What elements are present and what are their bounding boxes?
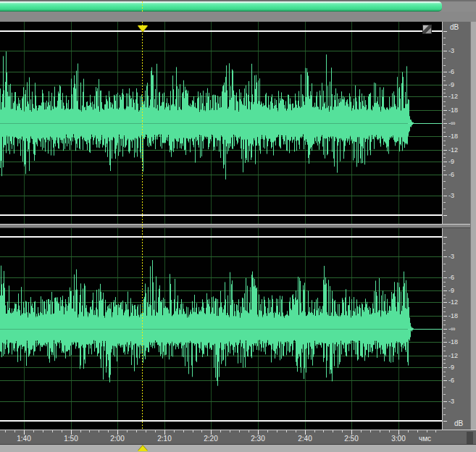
db-minor-tick	[443, 119, 446, 120]
db-minor-tick	[443, 363, 446, 364]
db-tick-label: -3	[448, 48, 454, 54]
db-minor-tick	[443, 295, 446, 296]
db-tick-label: -9	[448, 82, 454, 88]
bottom-strip	[0, 444, 476, 452]
time-tick-label: 2:10	[150, 435, 179, 443]
time-minor-tick	[230, 430, 230, 432]
db-major-tick	[443, 162, 447, 162]
db-minor-tick	[443, 338, 446, 338]
db-major-tick	[443, 196, 447, 196]
db-minor-tick	[443, 157, 446, 158]
time-tick-label: 3:00	[384, 435, 413, 443]
db-minor-tick	[443, 320, 446, 321]
db-minor-tick	[443, 188, 446, 189]
time-minor-tick	[155, 430, 156, 432]
time-minor-tick	[220, 430, 221, 432]
db-minor-tick	[443, 132, 446, 133]
time-minor-tick	[427, 430, 427, 432]
db-minor-tick	[443, 145, 446, 146]
db-tick-label: -12	[448, 147, 458, 154]
db-major-tick	[443, 215, 447, 216]
db-major-tick	[443, 72, 447, 72]
db-minor-tick	[443, 394, 446, 395]
db-minor-tick	[443, 114, 446, 115]
time-minor-tick	[370, 430, 371, 432]
db-major-tick	[443, 302, 447, 303]
time-minor-tick	[286, 430, 287, 432]
channel-divider[interactable]	[0, 224, 470, 228]
overview-scrollbar-track[interactable]	[0, 1, 476, 12]
time-minor-tick	[333, 430, 333, 432]
db-tick-label: -6	[448, 69, 454, 75]
waveform-canvas-left-channel[interactable]	[0, 22, 442, 224]
db-minor-tick	[443, 106, 446, 106]
db-minor-tick	[443, 80, 446, 81]
ruler-drag-handle-icon[interactable]	[422, 25, 432, 34]
db-minor-tick	[443, 351, 446, 351]
db-major-tick	[443, 316, 447, 317]
time-minor-tick	[201, 430, 202, 432]
time-minor-tick	[342, 430, 343, 432]
time-minor-tick	[14, 430, 15, 432]
playhead-line-waveform[interactable]	[142, 22, 143, 430]
time-minor-tick	[146, 430, 146, 432]
db-major-tick	[443, 237, 447, 238]
db-minor-tick	[443, 65, 446, 66]
db-tick-label: -12	[448, 299, 458, 306]
time-minor-tick	[43, 430, 43, 432]
db-major-tick	[443, 356, 447, 356]
time-tick-label: 2:50	[337, 435, 366, 443]
db-tick-label: -18	[448, 339, 458, 346]
db-major-tick	[443, 277, 447, 278]
db-minor-tick	[443, 181, 446, 182]
db-unit-label-top: dB	[450, 24, 459, 31]
db-major-tick	[443, 401, 447, 402]
time-minor-tick	[361, 430, 362, 432]
db-unit-label-bottom: dB	[454, 420, 463, 427]
playhead-marker-top-icon[interactable]	[138, 25, 148, 32]
time-minor-tick	[89, 430, 90, 432]
db-minor-tick	[443, 311, 446, 312]
time-minor-tick	[183, 430, 184, 432]
db-minor-tick	[443, 127, 446, 128]
time-minor-tick	[249, 430, 249, 432]
time-tick-label: 2:40	[291, 435, 320, 443]
time-unit-label: чмс	[419, 435, 431, 443]
db-major-tick	[443, 367, 447, 368]
db-minor-tick	[443, 282, 446, 282]
time-minor-tick	[80, 430, 81, 432]
db-tick-label: -∞	[448, 120, 455, 127]
db-minor-tick	[443, 372, 446, 372]
playhead-line-overview[interactable]	[142, 1, 143, 12]
db-tick-label: -18	[448, 313, 458, 319]
time-tick-label: 1:50	[57, 435, 85, 443]
marker-strip[interactable]	[0, 12, 476, 22]
overview-scrollbar-thumb[interactable]	[0, 1, 442, 12]
time-minor-tick	[99, 430, 99, 432]
db-minor-tick	[443, 38, 446, 38]
time-minor-tick	[108, 430, 109, 432]
db-minor-tick	[443, 359, 446, 360]
db-major-tick	[443, 110, 447, 111]
time-tick-label: 2:00	[103, 435, 132, 443]
time-tick-label: 1:40	[9, 435, 38, 443]
time-minor-tick	[174, 430, 175, 432]
timeline-ruler[interactable]: чмс 1:401:502:002:102:202:302:402:503:00	[0, 430, 476, 444]
waveform-canvas-right-channel[interactable]	[0, 228, 442, 430]
time-tick-label: 2:20	[196, 435, 225, 443]
db-tick-label: -18	[448, 107, 458, 114]
db-tick-label: -6	[448, 275, 454, 281]
time-minor-tick	[408, 430, 409, 432]
db-minor-tick	[443, 264, 446, 264]
time-minor-tick	[277, 430, 277, 432]
time-tick-label: 2:30	[243, 435, 272, 443]
time-minor-tick	[239, 430, 240, 432]
db-minor-tick	[443, 93, 446, 93]
db-major-tick	[443, 136, 447, 137]
db-tick-label: -∞	[448, 326, 455, 332]
playhead-marker-bottom-icon[interactable]	[138, 445, 148, 451]
db-minor-tick	[443, 376, 446, 377]
db-tick-label: -6	[448, 377, 454, 384]
db-tick-label: -3	[448, 193, 454, 199]
db-tick-label: -9	[448, 288, 454, 294]
